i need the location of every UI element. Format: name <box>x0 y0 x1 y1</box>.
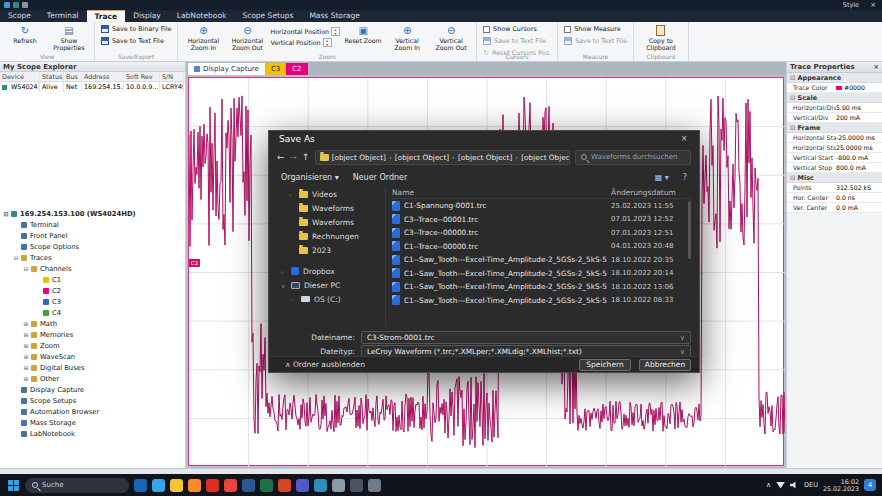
taskbar-app-icon[interactable] <box>368 479 381 492</box>
section-header[interactable]: Misc <box>787 173 882 183</box>
cancel-button[interactable]: Abbrechen <box>639 359 691 371</box>
taskbar-app-icon[interactable] <box>296 479 309 492</box>
tab-c2[interactable]: C2 <box>286 63 307 75</box>
taskbar-app-icon[interactable] <box>314 479 327 492</box>
chevron-icon[interactable]: › <box>289 191 295 198</box>
expander-icon[interactable]: ⊞ <box>22 375 30 382</box>
section-header[interactable]: Appearance <box>787 73 882 83</box>
save-text-button[interactable]: Save to Text File <box>99 36 173 46</box>
quick-access-icon[interactable] <box>22 2 28 8</box>
taskbar-app-icon[interactable] <box>278 479 291 492</box>
breadcrumb-item[interactable]: [object Object]› <box>332 153 392 162</box>
column-date[interactable]: Änderungsdatum <box>611 188 691 197</box>
taskbar-app-icon[interactable] <box>260 479 273 492</box>
help-icon[interactable]: ? <box>683 173 687 182</box>
show-cursors-checkbox[interactable]: Show Cursors <box>481 24 553 34</box>
spinner-icon[interactable]: ▴▾ <box>323 38 332 47</box>
tree-item[interactable]: Automation Browser <box>0 406 185 417</box>
view-options-icon[interactable]: ▦ ▾ <box>655 173 669 182</box>
wifi-icon[interactable] <box>776 482 785 489</box>
taskbar-app-icon[interactable] <box>332 479 345 492</box>
vertical-position-control[interactable]: Vertical Position▴▾ <box>270 38 340 47</box>
refresh-button[interactable]: ↻Refresh <box>4 24 46 44</box>
expander-icon[interactable]: ⊟ <box>22 265 30 272</box>
taskbar-app-icon[interactable] <box>152 479 165 492</box>
spinner-icon[interactable]: ▴▾ <box>331 27 340 36</box>
taskbar-app-icon[interactable] <box>206 479 219 492</box>
save-binary-button[interactable]: Save to Binary File <box>99 24 173 34</box>
tree-item[interactable]: Mass Storage <box>0 417 185 428</box>
file-row[interactable]: C1--Saw_Tooth---Excel-Time_Amplitude-2_5… <box>392 280 691 294</box>
file-row[interactable]: C1-Spannung-0001.trc 25.02.2023 11:55 <box>392 199 691 213</box>
expander-icon[interactable]: ⊞ <box>22 353 30 360</box>
close-icon[interactable]: × <box>870 1 876 9</box>
expander-icon[interactable]: ⊟ <box>2 210 10 217</box>
filename-input[interactable]: C3-Strom-0001.trc∨ <box>361 331 691 344</box>
measure-save-text-button[interactable]: Save to Text File <box>562 36 629 46</box>
tree-item[interactable]: Terminal <box>0 219 185 230</box>
tab-c3[interactable]: C3 <box>265 63 286 75</box>
expander-icon[interactable]: ⊟ <box>12 254 20 261</box>
hide-folders-button[interactable]: ∧ Ordner ausblenden <box>277 360 365 369</box>
expander-icon[interactable]: ⊞ <box>22 342 30 349</box>
chevron-down-icon[interactable]: ∨ <box>676 333 685 342</box>
chevron-icon[interactable]: › <box>291 296 297 303</box>
file-row[interactable]: C3--Trace--00000.trc 07.01.2023 12:51 <box>392 226 691 240</box>
ribbon-tab[interactable]: Mass Storage <box>301 10 368 22</box>
taskbar-app-icon[interactable] <box>242 479 255 492</box>
nav-folder-item[interactable]: › Videos <box>277 187 383 201</box>
save-button[interactable]: Speichern <box>579 359 631 371</box>
tree-item[interactable]: ⊟ 169.254.153.100 (WS4024HD) <box>0 208 185 219</box>
checkbox-icon[interactable] <box>483 26 490 33</box>
horizontal-position-control[interactable]: Horizontal Position▴▾ <box>270 27 340 36</box>
vertical-zoom-in-button[interactable]: ⊕Vertical Zoom In <box>386 24 428 51</box>
chevron-down-icon[interactable]: ∨ <box>676 347 685 356</box>
file-row[interactable]: C3--Trace--00001.trc 07.01.2023 12:52 <box>392 213 691 227</box>
taskbar-app-icon[interactable] <box>170 479 183 492</box>
cursors-save-text-button[interactable]: Save to Text File <box>481 36 553 46</box>
tree-item[interactable]: Scope Setups <box>0 395 185 406</box>
tree-item[interactable]: Scope Options <box>0 241 185 252</box>
ribbon-tab[interactable]: Terminal <box>39 10 87 22</box>
ribbon-tab[interactable]: Display <box>125 10 169 22</box>
breadcrumb-item[interactable]: [object Object]› <box>395 153 455 162</box>
expander-icon[interactable]: ⊞ <box>22 331 30 338</box>
show-measure-checkbox[interactable]: Show Measure <box>562 24 629 34</box>
tree-item[interactable]: ⊟ Channels <box>0 263 185 274</box>
nav-folder-item[interactable]: Waveforms <box>277 201 383 215</box>
close-icon[interactable]: × <box>873 63 879 71</box>
tree-item[interactable]: Display Capture <box>0 384 185 395</box>
up-icon[interactable]: ↑ <box>302 152 310 162</box>
ribbon-tab[interactable]: Scope <box>0 10 39 22</box>
nav-folder-item[interactable]: › OS (C:) <box>277 292 383 306</box>
vertical-zoom-out-button[interactable]: ⊖Vertical Zoom Out <box>430 24 472 51</box>
new-folder-button[interactable]: Neuer Ordner <box>353 173 408 182</box>
language-indicator[interactable]: DEU <box>804 481 818 489</box>
tree-item[interactable]: ⊞ Digital Buses <box>0 362 185 373</box>
horizontal-zoom-out-button[interactable]: ⊖Horizontal Zoom Out <box>226 24 268 51</box>
tree-item[interactable]: ⊟ Traces <box>0 252 185 263</box>
ribbon-tab[interactable]: Trace <box>87 10 126 22</box>
chevron-icon[interactable]: ∨ <box>281 282 287 289</box>
tree-item[interactable]: C3 <box>0 296 185 307</box>
taskbar-app-icon[interactable] <box>350 479 363 492</box>
volume-icon[interactable] <box>790 481 799 489</box>
file-row[interactable]: C1--Saw_Tooth---Excel-Time_Amplitude-2_5… <box>392 267 691 281</box>
tree-item[interactable]: ⊞ Zoom <box>0 340 185 351</box>
tree-item[interactable]: C2 <box>0 285 185 296</box>
taskbar-app-icon[interactable] <box>134 479 147 492</box>
organize-menu[interactable]: Organisieren ▾ <box>281 173 339 182</box>
horizontal-zoom-in-button[interactable]: ⊕Horizontal Zoom In <box>182 24 224 51</box>
ribbon-tab[interactable]: LabNotebook <box>169 10 235 22</box>
tree-item[interactable]: ⊞ Other <box>0 373 185 384</box>
copy-to-clipboard-button[interactable]: Copy to Clipboard <box>638 24 684 51</box>
ribbon-tab[interactable]: Scope Setups <box>234 10 301 22</box>
chevron-icon[interactable]: › <box>281 268 287 275</box>
nav-folder-item[interactable]: › Dropbox <box>277 264 383 278</box>
column-name[interactable]: Name <box>392 188 611 197</box>
nav-folder-item[interactable]: 2023 <box>277 243 383 257</box>
start-button[interactable] <box>8 480 13 485</box>
tree-item[interactable]: LabNotebook <box>0 428 185 439</box>
file-row[interactable]: C1--Trace--00000.trc 04.01.2023 20:48 <box>392 240 691 254</box>
checkbox-icon[interactable] <box>564 26 571 33</box>
